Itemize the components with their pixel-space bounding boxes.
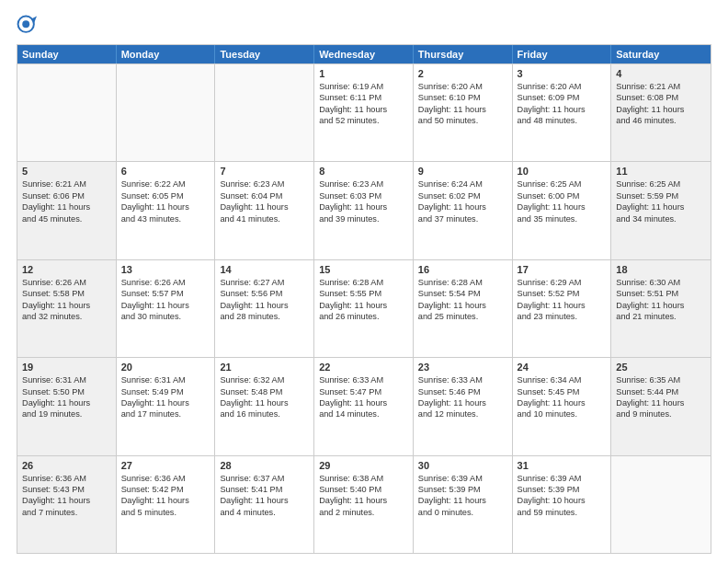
day-cell-28: 28Sunrise: 6:37 AMSunset: 5:41 PMDayligh… xyxy=(215,456,314,553)
cell-line: and 41 minutes. xyxy=(220,213,309,224)
cell-line: Sunrise: 6:29 AM xyxy=(518,277,607,288)
cell-line: Daylight: 11 hours xyxy=(418,104,507,115)
day-number: 14 xyxy=(220,264,309,275)
day-number: 3 xyxy=(518,68,607,79)
cell-line: Sunset: 5:51 PM xyxy=(616,288,706,299)
cell-line: Daylight: 11 hours xyxy=(319,495,408,506)
day-cell-25: 25Sunrise: 6:35 AMSunset: 5:44 PMDayligh… xyxy=(611,358,711,454)
day-cell-2: 2Sunrise: 6:20 AMSunset: 6:10 PMDaylight… xyxy=(414,64,513,161)
day-number: 21 xyxy=(220,362,309,373)
cell-line: Sunset: 6:05 PM xyxy=(121,190,210,201)
cell-line: Sunrise: 6:26 AM xyxy=(121,277,210,288)
cell-line: and 23 minutes. xyxy=(518,311,607,322)
cell-line: Sunset: 6:10 PM xyxy=(418,92,507,103)
day-number: 1 xyxy=(319,68,408,79)
cell-line: and 5 minutes. xyxy=(121,507,210,518)
cell-line: Daylight: 11 hours xyxy=(22,397,111,408)
cell-line: Daylight: 11 hours xyxy=(616,300,706,311)
cell-line: Daylight: 11 hours xyxy=(518,397,607,408)
cell-line: Sunset: 6:06 PM xyxy=(22,190,111,201)
cell-line: Sunset: 5:54 PM xyxy=(418,288,507,299)
cell-line: Sunrise: 6:28 AM xyxy=(418,277,507,288)
day-cell-3: 3Sunrise: 6:20 AMSunset: 6:09 PMDaylight… xyxy=(513,64,612,161)
day-number: 18 xyxy=(616,264,706,275)
cell-line: Sunset: 5:39 PM xyxy=(418,484,507,495)
cell-line: and 48 minutes. xyxy=(518,115,607,126)
svg-marker-2 xyxy=(31,17,37,24)
weekday-header-saturday: Saturday xyxy=(611,45,711,63)
cell-line: Daylight: 11 hours xyxy=(220,300,309,311)
cell-line: and 34 minutes. xyxy=(616,213,706,224)
cell-line: Daylight: 11 hours xyxy=(319,300,408,311)
cell-line: Sunset: 5:50 PM xyxy=(22,386,111,397)
cell-line: Daylight: 11 hours xyxy=(121,201,210,213)
cell-line: Daylight: 11 hours xyxy=(22,201,111,213)
empty-cell-4-6 xyxy=(611,456,711,553)
day-cell-22: 22Sunrise: 6:33 AMSunset: 5:47 PMDayligh… xyxy=(314,358,414,454)
day-cell-17: 17Sunrise: 6:29 AMSunset: 5:52 PMDayligh… xyxy=(513,260,612,357)
cell-line: Sunrise: 6:33 AM xyxy=(418,374,507,385)
cell-line: Sunset: 5:41 PM xyxy=(220,484,309,495)
day-number: 17 xyxy=(518,264,607,275)
cell-line: Daylight: 11 hours xyxy=(616,201,706,213)
day-number: 31 xyxy=(518,460,607,471)
cell-line: Daylight: 11 hours xyxy=(518,104,607,115)
svg-point-1 xyxy=(22,20,29,28)
weekday-header-sunday: Sunday xyxy=(17,45,117,63)
cell-line: and 35 minutes. xyxy=(518,213,607,224)
cell-line: Sunrise: 6:33 AM xyxy=(319,374,408,385)
cell-line: Sunrise: 6:39 AM xyxy=(418,473,507,484)
cell-line: and 19 minutes. xyxy=(22,408,111,419)
calendar-row-1: 5Sunrise: 6:21 AMSunset: 6:06 PMDaylight… xyxy=(17,161,711,259)
cell-line: Daylight: 11 hours xyxy=(319,397,408,408)
day-number: 24 xyxy=(518,362,607,373)
cell-line: and 21 minutes. xyxy=(616,311,706,322)
cell-line: Sunrise: 6:20 AM xyxy=(418,81,507,92)
cell-line: Sunrise: 6:23 AM xyxy=(220,178,309,190)
cell-line: Sunset: 5:55 PM xyxy=(319,288,408,299)
cell-line: and 26 minutes. xyxy=(319,311,408,322)
cell-line: Sunset: 6:04 PM xyxy=(220,190,309,201)
cell-line: Daylight: 11 hours xyxy=(518,300,607,311)
day-cell-11: 11Sunrise: 6:25 AMSunset: 5:59 PMDayligh… xyxy=(611,162,711,259)
day-cell-29: 29Sunrise: 6:38 AMSunset: 5:40 PMDayligh… xyxy=(314,456,414,553)
cell-line: and 12 minutes. xyxy=(418,408,507,419)
cell-line: Sunset: 5:45 PM xyxy=(518,386,607,397)
cell-line: and 39 minutes. xyxy=(319,213,408,224)
weekday-header-friday: Friday xyxy=(513,45,612,63)
cell-line: and 9 minutes. xyxy=(616,408,706,419)
day-number: 13 xyxy=(121,264,210,275)
cell-line: and 28 minutes. xyxy=(220,311,309,322)
cell-line: and 43 minutes. xyxy=(121,213,210,224)
cell-line: Sunset: 5:56 PM xyxy=(220,288,309,299)
weekday-header-monday: Monday xyxy=(117,45,216,63)
cell-line: Daylight: 11 hours xyxy=(220,201,309,213)
cell-line: Sunset: 5:40 PM xyxy=(319,484,408,495)
cell-line: Sunrise: 6:39 AM xyxy=(518,473,607,484)
cell-line: Sunrise: 6:19 AM xyxy=(319,81,408,92)
calendar-row-4: 26Sunrise: 6:36 AMSunset: 5:43 PMDayligh… xyxy=(17,455,711,553)
cell-line: Sunrise: 6:28 AM xyxy=(319,277,408,288)
cell-line: and 50 minutes. xyxy=(418,115,507,126)
cell-line: Sunset: 6:08 PM xyxy=(616,92,706,103)
cell-line: Daylight: 11 hours xyxy=(418,495,507,506)
cell-line: Sunset: 5:43 PM xyxy=(22,484,111,495)
cell-line: and 59 minutes. xyxy=(518,507,607,518)
cell-line: Sunrise: 6:22 AM xyxy=(121,178,210,190)
cell-line: Sunset: 5:58 PM xyxy=(22,288,111,299)
cell-line: Sunrise: 6:35 AM xyxy=(616,374,706,385)
cell-line: Daylight: 10 hours xyxy=(518,495,607,506)
cell-line: Sunrise: 6:36 AM xyxy=(121,473,210,484)
day-cell-27: 27Sunrise: 6:36 AMSunset: 5:42 PMDayligh… xyxy=(117,456,216,553)
cell-line: Sunrise: 6:31 AM xyxy=(121,374,210,385)
day-number: 26 xyxy=(22,460,111,471)
cell-line: and 32 minutes. xyxy=(22,311,111,322)
day-cell-8: 8Sunrise: 6:23 AMSunset: 6:03 PMDaylight… xyxy=(314,162,414,259)
cell-line: Sunset: 5:48 PM xyxy=(220,386,309,397)
day-cell-5: 5Sunrise: 6:21 AMSunset: 6:06 PMDaylight… xyxy=(17,162,117,259)
day-number: 6 xyxy=(121,166,210,177)
weekday-header-tuesday: Tuesday xyxy=(215,45,314,63)
cell-line: Daylight: 11 hours xyxy=(121,397,210,408)
cell-line: Sunrise: 6:25 AM xyxy=(616,178,706,190)
header xyxy=(17,15,711,35)
